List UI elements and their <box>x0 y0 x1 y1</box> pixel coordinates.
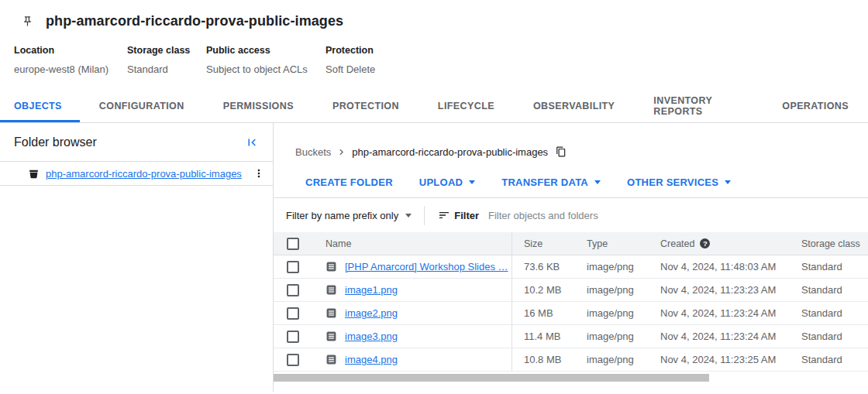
meta-label: Location <box>14 45 115 56</box>
table-header: Name Size Type Created ? Storage class <box>274 232 868 255</box>
column-header-created[interactable]: Created ? <box>651 232 791 255</box>
object-created: Nov 4, 2024, 11:23:24 AM <box>651 302 791 324</box>
objects-toolbar: CREATE FOLDER UPLOAD TRANSFER DATA OTHER… <box>274 167 868 198</box>
breadcrumb-current: php-amarcord-riccardo-prova-public-image… <box>352 146 548 158</box>
bucket-meta: Location europe-west8 (Milan) Storage cl… <box>14 45 854 75</box>
file-icon <box>326 307 337 319</box>
breadcrumb-buckets-link[interactable]: Buckets <box>295 146 331 158</box>
created-label: Created <box>660 238 694 249</box>
tab-observability[interactable]: OBSERVABILITY <box>514 91 634 122</box>
row-checkbox[interactable] <box>287 307 299 320</box>
filter-bar: Filter by name prefix only Filter <box>274 198 868 232</box>
pin-icon[interactable] <box>22 15 33 27</box>
object-created: Nov 4, 2024, 11:23:24 AM <box>651 325 791 348</box>
copy-icon[interactable] <box>556 146 567 157</box>
column-header-type[interactable]: Type <box>577 232 651 255</box>
filter-scope-label: Filter by name prefix only <box>286 210 398 221</box>
table-row: image3.png 11.4 MB image/png Nov 4, 2024… <box>274 325 868 348</box>
chevron-down-icon <box>469 180 475 184</box>
table-row: image1.png 10.2 MB image/png Nov 4, 2024… <box>274 279 868 302</box>
object-name-link[interactable]: image3.png <box>345 331 398 342</box>
tab-configuration[interactable]: CONFIGURATION <box>80 91 204 122</box>
column-header-size[interactable]: Size <box>512 232 577 255</box>
row-checkbox[interactable] <box>287 261 299 273</box>
tab-label: OBJECTS <box>14 101 62 111</box>
filter-scope-dropdown[interactable]: Filter by name prefix only <box>286 210 412 221</box>
chevron-right-icon <box>336 146 347 158</box>
object-size: 11.4 MB <box>512 325 577 348</box>
tab-objects[interactable]: OBJECTS <box>0 91 80 122</box>
toolbar-button-label: TRANSFER DATA <box>501 176 588 188</box>
bucket-icon <box>28 168 40 180</box>
other-services-button[interactable]: OTHER SERVICES <box>618 169 740 197</box>
filter-input[interactable] <box>488 210 868 221</box>
objects-main: Buckets php-amarcord-riccardo-prova-publ… <box>274 123 868 392</box>
breadcrumb: Buckets php-amarcord-riccardo-prova-publ… <box>274 144 868 159</box>
object-size: 10.8 MB <box>512 348 577 371</box>
meta-public-access: Public access Subject to object ACLs <box>206 45 326 75</box>
toolbar-button-label: UPLOAD <box>419 176 463 188</box>
object-size: 73.6 KB <box>512 255 577 278</box>
object-storage-class: Standard <box>791 255 868 278</box>
object-created: Nov 4, 2024, 11:48:03 AM <box>651 255 791 278</box>
tab-inventory-reports[interactable]: INVENTORY REPORTS <box>634 91 763 122</box>
collapse-panel-icon[interactable] <box>245 135 259 149</box>
meta-storage-class: Storage class Standard <box>127 45 206 75</box>
table-body: [PHP Amarcord] Workshop Slides … 73.6 KB… <box>274 255 868 372</box>
toolbar-button-label: OTHER SERVICES <box>627 176 718 188</box>
meta-protection: Protection Soft Delete <box>326 45 388 75</box>
object-size: 10.2 MB <box>512 279 577 301</box>
meta-label: Protection <box>326 45 375 56</box>
tab-bar: OBJECTS CONFIGURATION PERMISSIONS PROTEC… <box>0 91 868 123</box>
object-created: Nov 4, 2024, 11:23:23 AM <box>651 279 791 301</box>
tab-label: LIFECYCLE <box>438 101 494 111</box>
tab-label: PROTECTION <box>332 101 399 111</box>
divider <box>424 206 425 225</box>
create-folder-button[interactable]: CREATE FOLDER <box>296 169 402 197</box>
row-checkbox[interactable] <box>287 284 299 296</box>
more-vert-icon[interactable] <box>253 167 265 180</box>
folder-browser-bucket-row[interactable]: php-amarcord-riccardo-prova-public-image… <box>0 162 273 186</box>
tab-lifecycle[interactable]: LIFECYCLE <box>418 91 514 122</box>
bucket-tree-link[interactable]: php-amarcord-riccardo-prova-public-image… <box>46 168 242 180</box>
column-header-storage-class[interactable]: Storage class <box>791 232 868 255</box>
tab-label: PERMISSIONS <box>223 101 294 111</box>
chevron-down-icon <box>725 180 731 184</box>
row-checkbox[interactable] <box>287 354 299 366</box>
transfer-data-button[interactable]: TRANSFER DATA <box>492 169 610 197</box>
scrollbar-thumb[interactable] <box>274 374 709 382</box>
bucket-header: php-amarcord-riccardo-prova-public-image… <box>0 0 868 75</box>
tab-operations[interactable]: OPERATIONS <box>763 91 868 122</box>
select-all-checkbox[interactable] <box>287 238 299 250</box>
meta-label: Storage class <box>127 45 194 56</box>
folder-browser-title: Folder browser <box>14 135 97 149</box>
chevron-down-icon <box>405 214 412 218</box>
object-name-link[interactable]: image1.png <box>345 284 398 296</box>
object-name-link[interactable]: [PHP Amarcord] Workshop Slides … <box>345 261 508 272</box>
tab-protection[interactable]: PROTECTION <box>313 91 418 122</box>
filter-label: Filter <box>454 210 479 221</box>
tab-permissions[interactable]: PERMISSIONS <box>204 91 313 122</box>
meta-value: Standard <box>127 63 194 75</box>
upload-button[interactable]: UPLOAD <box>410 169 484 197</box>
object-storage-class: Standard <box>791 325 868 348</box>
meta-label: Public access <box>206 45 313 56</box>
file-icon <box>326 284 337 296</box>
chevron-down-icon <box>594 180 601 184</box>
object-name-link[interactable]: image4.png <box>345 354 398 365</box>
object-size: 16 MB <box>512 302 577 324</box>
tab-label: INVENTORY REPORTS <box>653 95 743 117</box>
page-title: php-amarcord-riccardo-prova-public-image… <box>46 13 343 29</box>
object-type: image/png <box>577 325 651 348</box>
table-row: image2.png 16 MB image/png Nov 4, 2024, … <box>274 302 868 325</box>
meta-value: europe-west8 (Milan) <box>14 63 115 75</box>
row-checkbox[interactable] <box>287 331 299 343</box>
help-icon[interactable]: ? <box>700 238 710 248</box>
tab-label: OBSERVABILITY <box>533 101 615 111</box>
column-header-name[interactable]: Name <box>313 232 512 255</box>
tab-label: CONFIGURATION <box>99 101 184 111</box>
object-name-link[interactable]: image2.png <box>345 307 398 319</box>
filter-icon <box>438 209 450 221</box>
file-icon <box>326 331 337 342</box>
horizontal-scrollbar[interactable] <box>274 374 868 382</box>
